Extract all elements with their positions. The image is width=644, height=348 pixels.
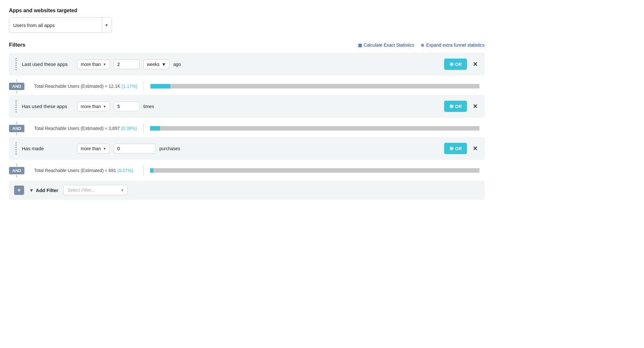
filter-value-2[interactable] <box>114 102 139 111</box>
progress-bar-fill-3 <box>150 168 153 173</box>
stats-percent-2: (0.38%) <box>121 126 137 131</box>
filter-value-3[interactable] <box>114 144 156 153</box>
stats-divider-3 <box>143 166 144 175</box>
or-plus-icon-1: ⊕ <box>449 61 453 67</box>
filter-unit-1[interactable]: weeks ▼ <box>143 60 170 69</box>
apps-dropdown-arrow-icon: ▾ <box>105 23 108 28</box>
or-plus-icon-2: ⊕ <box>449 103 453 109</box>
stats-container-1: Total Reachable Users (Estimated) ≈ 12.1… <box>29 79 485 94</box>
and-badge-1: AND <box>9 83 24 90</box>
and-stats-row-3: AND Total Reachable Users (Estimated) ≈ … <box>9 160 485 179</box>
stats-percent-3: (0.07%) <box>117 168 133 173</box>
stats-percent-1: (1.17%) <box>121 84 137 89</box>
and-badge-3: AND <box>9 167 24 174</box>
filter-block-3: Has made more than ▼ purchases ⊕ OR ✕ <box>9 137 485 160</box>
progress-bar-fill-2 <box>150 126 160 131</box>
filter-unit-arrow-1: ▼ <box>162 62 166 67</box>
filter-label-1: Last used these apps <box>22 61 73 67</box>
progress-bar-3 <box>150 168 479 173</box>
or-label-1: OR <box>455 62 462 67</box>
add-filter-label: ▼ Add Filter <box>29 188 58 193</box>
filter-block-1: Last used these apps more than ▼ weeks ▼… <box>9 53 485 76</box>
filters-title: Filters <box>9 42 25 48</box>
progress-bar-fill-1 <box>150 84 170 88</box>
or-label-3: OR <box>455 146 462 151</box>
drag-handle-1[interactable] <box>14 57 18 71</box>
filter-condition-arrow-1: ▼ <box>103 62 106 66</box>
add-filter-plus-badge[interactable]: + <box>14 186 24 195</box>
filter-block-2: Has used these apps more than ▼ times ⊕ … <box>9 95 485 118</box>
filter-suffix-1: ago <box>173 62 181 67</box>
expand-icon: ⊕ <box>421 42 425 48</box>
stats-divider-2 <box>143 124 144 133</box>
filter-row-2: Has used these apps more than ▼ times ⊕ … <box>9 95 485 118</box>
add-filter-row: + ▼ Add Filter Select Filter... ▾ <box>9 180 485 200</box>
stats-text-1: Total Reachable Users (Estimated) ≈ 12.1… <box>34 84 137 89</box>
delete-filter-2[interactable]: ✕ <box>471 102 479 111</box>
add-filter-arrow-icon: ▾ <box>121 188 123 193</box>
and-stats-row-2: AND Total Reachable Users (Estimated) ≈ … <box>9 118 485 137</box>
and-badge-2: AND <box>9 125 24 132</box>
stats-text-3: Total Reachable Users (Estimated) ≈ 691 … <box>34 168 137 173</box>
delete-filter-1[interactable]: ✕ <box>471 60 479 69</box>
filter-condition-arrow-2: ▼ <box>103 105 106 108</box>
progress-bar-1 <box>150 84 479 88</box>
progress-bar-2 <box>150 126 479 131</box>
or-label-2: OR <box>455 104 462 109</box>
or-button-2[interactable]: ⊕ OR <box>444 101 467 112</box>
filter-value-1[interactable] <box>114 60 139 69</box>
filter-label-2: Has used these apps <box>22 104 73 109</box>
filter-condition-1[interactable]: more than ▼ <box>77 60 110 69</box>
apps-section-title: Apps and websites targeted <box>9 8 485 14</box>
and-stats-row-1: AND Total Reachable Users (Estimated) ≈ … <box>9 76 485 95</box>
delete-filter-3[interactable]: ✕ <box>471 144 479 153</box>
filter-condition-text-2: more than <box>81 104 101 109</box>
add-filter-placeholder: Select Filter... <box>67 188 95 193</box>
filter-condition-arrow-3: ▼ <box>103 147 106 151</box>
filter-label-3: Has made <box>22 146 73 151</box>
stats-container-3: Total Reachable Users (Estimated) ≈ 691 … <box>29 163 485 178</box>
filter-unit-text-1: weeks <box>147 62 160 67</box>
filter-row-1: Last used these apps more than ▼ weeks ▼… <box>9 53 485 76</box>
filter-unit-3: purchases <box>159 146 180 151</box>
calculate-icon: ▦ <box>358 42 362 48</box>
or-button-1[interactable]: ⊕ OR <box>444 59 467 70</box>
stats-container-2: Total Reachable Users (Estimated) ≈ 3,89… <box>29 121 485 136</box>
filter-condition-text-1: more than <box>81 62 101 67</box>
or-plus-icon-3: ⊕ <box>449 145 453 151</box>
filter-condition-3[interactable]: more than ▼ <box>77 144 110 153</box>
stats-divider-1 <box>144 81 144 91</box>
add-filter-select[interactable]: Select Filter... ▾ <box>63 185 128 195</box>
filter-unit-2: times <box>143 104 154 109</box>
drag-handle-3[interactable] <box>14 142 18 155</box>
filter-funnel-icon: ▼ <box>29 188 34 193</box>
filter-row-3: Has made more than ▼ purchases ⊕ OR ✕ <box>9 137 485 160</box>
filter-condition-2[interactable]: more than ▼ <box>77 102 110 111</box>
expand-funnel-link[interactable]: ⊕ Expand extra funnel statistics <box>421 42 485 48</box>
apps-dropdown-divider <box>102 18 102 32</box>
apps-dropdown[interactable]: Users from all apps ▾ <box>9 17 112 33</box>
filter-condition-text-3: more than <box>81 146 101 151</box>
calculate-statistics-link[interactable]: ▦ Calculate Exact Statistics <box>358 42 414 48</box>
apps-dropdown-label: Users from all apps <box>13 23 55 28</box>
or-button-3[interactable]: ⊕ OR <box>444 143 467 154</box>
drag-handle-2[interactable] <box>14 99 18 113</box>
stats-text-2: Total Reachable Users (Estimated) ≈ 3,89… <box>34 126 137 131</box>
